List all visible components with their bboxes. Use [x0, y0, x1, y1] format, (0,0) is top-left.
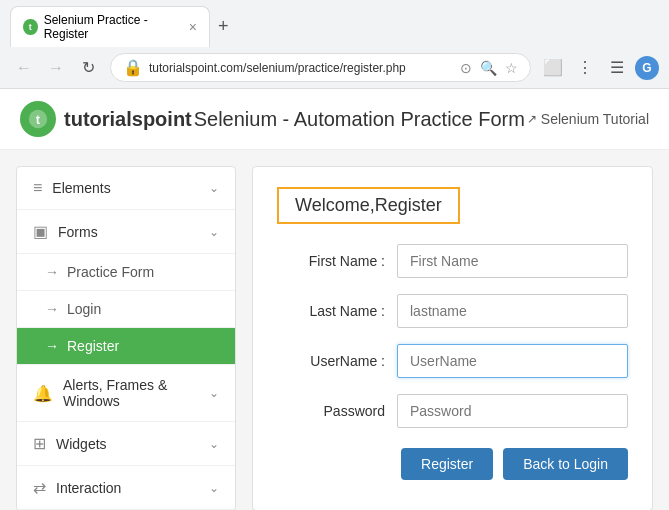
- password-input[interactable]: [397, 394, 628, 428]
- sidebar-item-register[interactable]: → Register: [17, 328, 235, 365]
- site-header: t tutorialspoint Selenium - Automation P…: [0, 89, 669, 150]
- forms-icon: ▣: [33, 222, 48, 241]
- forms-chevron: ⌄: [209, 225, 219, 239]
- main-layout: ≡ Elements ⌄ ▣ Forms ⌄ → Practice Form →…: [0, 150, 669, 510]
- back-button[interactable]: ←: [10, 54, 38, 82]
- header-title: Selenium - Automation Practice Form: [192, 108, 527, 131]
- password-row: Password: [277, 394, 628, 428]
- practice-form-label: Practice Form: [67, 264, 154, 280]
- elements-chevron: ⌄: [209, 181, 219, 195]
- sidebar-item-practice-form[interactable]: → Practice Form: [17, 254, 235, 291]
- nav-buttons: ← → ↻: [10, 54, 102, 82]
- browser-toolbar: ← → ↻ 🔒 tutorialspoint.com/selenium/prac…: [0, 47, 669, 88]
- reload-button[interactable]: ↻: [74, 54, 102, 82]
- login-arrow: →: [45, 301, 59, 317]
- profile-avatar[interactable]: G: [635, 56, 659, 80]
- logo-icon: t: [20, 101, 56, 137]
- elements-label: Elements: [52, 180, 110, 196]
- page: t tutorialspoint Selenium - Automation P…: [0, 89, 669, 510]
- last-name-input[interactable]: [397, 294, 628, 328]
- first-name-input[interactable]: [397, 244, 628, 278]
- username-input[interactable]: [397, 344, 628, 378]
- sidebar-item-widgets[interactable]: ⊞ Widgets ⌄: [17, 422, 235, 466]
- external-link-icon: ↗: [527, 112, 537, 126]
- browser-actions: ⬜ ⋮ ☰ G: [539, 54, 659, 82]
- browser-tab[interactable]: t Selenium Practice - Register ×: [10, 6, 210, 47]
- logo-plain: tutorials: [64, 108, 143, 130]
- alerts-chevron: ⌄: [209, 386, 219, 400]
- username-label: UserName :: [277, 353, 397, 369]
- username-row: UserName :: [277, 344, 628, 378]
- login-label: Login: [67, 301, 101, 317]
- tutorial-link-text: Selenium Tutorial: [541, 111, 649, 127]
- forms-label: Forms: [58, 224, 98, 240]
- tutorial-link[interactable]: ↗ Selenium Tutorial: [527, 111, 649, 127]
- new-tab-button[interactable]: +: [210, 12, 237, 41]
- search-icon: 🔍: [480, 60, 497, 76]
- url-text: tutorialspoint.com/selenium/practice/reg…: [149, 61, 454, 75]
- widgets-chevron: ⌄: [209, 437, 219, 451]
- logo-bold: point: [143, 108, 192, 130]
- sidebar-item-alerts[interactable]: 🔔 Alerts, Frames & Windows ⌄: [17, 365, 235, 422]
- tab-close-button[interactable]: ×: [189, 19, 197, 35]
- interaction-icon: ⇄: [33, 478, 46, 497]
- bookmark-icon: ☆: [505, 60, 518, 76]
- sidebar: ≡ Elements ⌄ ▣ Forms ⌄ → Practice Form →…: [16, 166, 236, 510]
- sidebar-item-interaction[interactable]: ⇄ Interaction ⌄: [17, 466, 235, 510]
- lock-icon: 🔒: [123, 58, 143, 77]
- menu-button[interactable]: ☰: [603, 54, 631, 82]
- browser-chrome: t Selenium Practice - Register × + ← → ↻…: [0, 0, 669, 89]
- cast-icon: ⊙: [460, 60, 472, 76]
- logo-text: tutorialspoint: [64, 108, 192, 131]
- sidebar-item-elements[interactable]: ≡ Elements ⌄: [17, 167, 235, 210]
- sidebar-item-forms[interactable]: ▣ Forms ⌄: [17, 210, 235, 254]
- alerts-label: Alerts, Frames & Windows: [63, 377, 209, 409]
- first-name-label: First Name :: [277, 253, 397, 269]
- last-name-label: Last Name :: [277, 303, 397, 319]
- register-label: Register: [67, 338, 119, 354]
- widgets-label: Widgets: [56, 436, 107, 452]
- content-area: Welcome,Register First Name : Last Name …: [252, 166, 653, 510]
- tab-bar: t Selenium Practice - Register × +: [0, 0, 669, 47]
- welcome-title: Welcome,Register: [277, 187, 460, 224]
- practice-form-arrow: →: [45, 264, 59, 280]
- first-name-row: First Name :: [277, 244, 628, 278]
- forward-button[interactable]: →: [42, 54, 70, 82]
- address-bar-icons: ⊙ 🔍 ☆: [460, 60, 518, 76]
- extensions-button[interactable]: ⬜: [539, 54, 567, 82]
- address-bar[interactable]: 🔒 tutorialspoint.com/selenium/practice/r…: [110, 53, 531, 82]
- register-button[interactable]: Register: [401, 448, 493, 480]
- logo: t tutorialspoint: [20, 101, 192, 137]
- interaction-chevron: ⌄: [209, 481, 219, 495]
- more-tools-button[interactable]: ⋮: [571, 54, 599, 82]
- last-name-row: Last Name :: [277, 294, 628, 328]
- svg-text:t: t: [36, 112, 41, 127]
- password-label: Password: [277, 403, 397, 419]
- interaction-label: Interaction: [56, 480, 121, 496]
- form-actions: Register Back to Login: [277, 448, 628, 480]
- tab-favicon: t: [23, 19, 38, 35]
- tab-title: Selenium Practice - Register: [44, 13, 183, 41]
- back-to-login-button[interactable]: Back to Login: [503, 448, 628, 480]
- alerts-icon: 🔔: [33, 384, 53, 403]
- widgets-icon: ⊞: [33, 434, 46, 453]
- elements-icon: ≡: [33, 179, 42, 197]
- register-arrow: →: [45, 338, 59, 354]
- sidebar-item-login[interactable]: → Login: [17, 291, 235, 328]
